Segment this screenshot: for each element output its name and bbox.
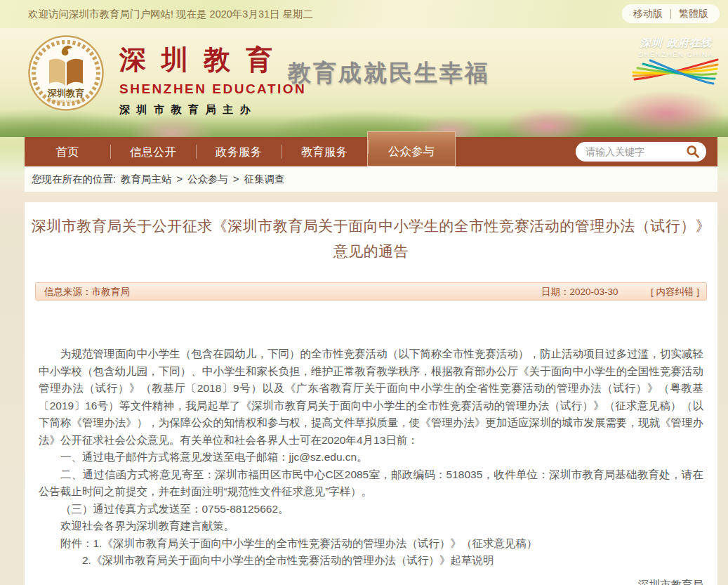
mobile-version-link[interactable]: 移动版: [633, 8, 663, 20]
search-button[interactable]: [684, 143, 702, 160]
article-meta-bar: 信息来源：市教育局 日期：2020-03-30 [ 内容纠错 ]: [35, 282, 707, 301]
nav-item-home[interactable]: 首页: [25, 137, 110, 166]
gov-online-logo: 深圳 政府在线 SHENZHEN CHINA: [630, 37, 722, 89]
paragraph: 为规范管理面向中小学生（包含在园幼儿，下同）的全市性竞赛活动（以下简称全市性竞赛…: [39, 346, 703, 449]
rainbow-bird-icon: [632, 58, 720, 86]
paragraph: 二、通过信函方式将意见寄至：深圳市福田区市民中心C区2085室，邮政编码：518…: [39, 466, 703, 501]
page: 欢迎访问深圳市教育局门户网站! 现在是 2020年3月31日 星期二 移动版 繁…: [0, 0, 728, 585]
signature-name: 深圳市教育局: [25, 575, 703, 585]
search-input[interactable]: [585, 146, 684, 157]
page-title: 深圳市教育局关于公开征求《深圳市教育局关于面向中小学生的全市性竞赛活动的管理办法…: [29, 213, 713, 264]
welcome-text: 欢迎访问深圳市教育局门户网站! 现在是 2020年3月31日 星期二: [28, 8, 313, 21]
shenzhen-education-emblem-icon: 深圳教育 SHENZHEN EDUCATION: [27, 34, 105, 112]
article-body: 为规范管理面向中小学生（包含在园幼儿，下同）的全市性竞赛活动（以下简称全市性竞赛…: [39, 346, 703, 570]
paragraph: （三）通过传真方式发送至：0755-88125662。: [39, 501, 703, 518]
breadcrumb-link-survey[interactable]: 征集调查: [244, 173, 284, 186]
breadcrumb-separator: >: [233, 173, 239, 185]
breadcrumb-link-public-participation[interactable]: 公众参与: [187, 173, 228, 186]
breadcrumb: 您现在所在的位置: 教育局主站 > 公众参与 > 征集调查: [25, 166, 717, 192]
attachment-line-1: 附件：1.《深圳市教育局关于面向中小学生的全市性竞赛活动的管理办法（试行）》（征…: [39, 535, 703, 553]
svg-text:深圳教育: 深圳教育: [47, 88, 84, 98]
article-panel: 深圳市教育局关于公开征求《深圳市教育局关于面向中小学生的全市性竞赛活动的管理办法…: [25, 202, 717, 585]
brand-title-cn: 深圳教育: [119, 42, 306, 78]
breadcrumb-link-main-site[interactable]: 教育局主站: [121, 173, 172, 186]
paragraph: 欢迎社会各界为深圳教育建言献策。: [39, 518, 703, 535]
search-icon: [686, 145, 700, 159]
language-switcher: 移动版 繁體版: [622, 4, 720, 23]
search-box: [576, 142, 706, 162]
brand-title-en: SHENZHEN EDUCATION: [119, 81, 306, 97]
gov-logo-cn: 深圳 政府在线: [630, 37, 722, 50]
source-label: 信息来源：市教育局: [44, 286, 130, 298]
divider: [670, 9, 671, 19]
breadcrumb-prefix: 您现在所在的位置:: [32, 173, 116, 186]
nav-item-info-disclosure[interactable]: 信息公开: [110, 137, 196, 166]
header-banner: 深圳教育 SHENZHEN EDUCATION 深圳教育 SHENZHEN ED…: [0, 28, 728, 137]
brand-host-line: 深圳市教育局主办: [119, 103, 306, 117]
nav-item-gov-services[interactable]: 政务服务: [196, 137, 282, 166]
svg-text:SHENZHEN EDUCATION: SHENZHEN EDUCATION: [48, 100, 84, 103]
traditional-chinese-link[interactable]: 繁體版: [679, 8, 708, 20]
nav-item-public-participation[interactable]: 公众参与: [367, 131, 456, 166]
date-label: 日期：2020-03-30: [541, 286, 618, 298]
content-correction-link[interactable]: [ 内容纠错 ]: [651, 286, 699, 298]
site-brand: 深圳教育 SHENZHEN EDUCATION 深圳市教育局主办: [119, 42, 306, 117]
paragraph: 一、通过电子邮件方式将意见发送至电子邮箱：jjc@sz.edu.cn。: [39, 449, 703, 466]
breadcrumb-separator: >: [177, 173, 183, 185]
signature-block: 深圳市教育局 2020年3月30日: [25, 575, 703, 585]
attachment-line-2: 2.《深圳市教育局关于面向中小学生的全市性竞赛活动的管理办法（试行）》起草说明: [39, 552, 703, 570]
gov-logo-en: SHENZHEN CHINA: [630, 51, 722, 58]
main-navigation: 首页 信息公开 政务服务 教育服务 公众参与: [25, 137, 717, 166]
nav-item-education-services[interactable]: 教育服务: [282, 137, 367, 166]
top-utility-bar: 欢迎访问深圳市教育局门户网站! 现在是 2020年3月31日 星期二 移动版 繁…: [0, 0, 728, 28]
banner-slogan: 教育成就民生幸福: [288, 58, 490, 89]
